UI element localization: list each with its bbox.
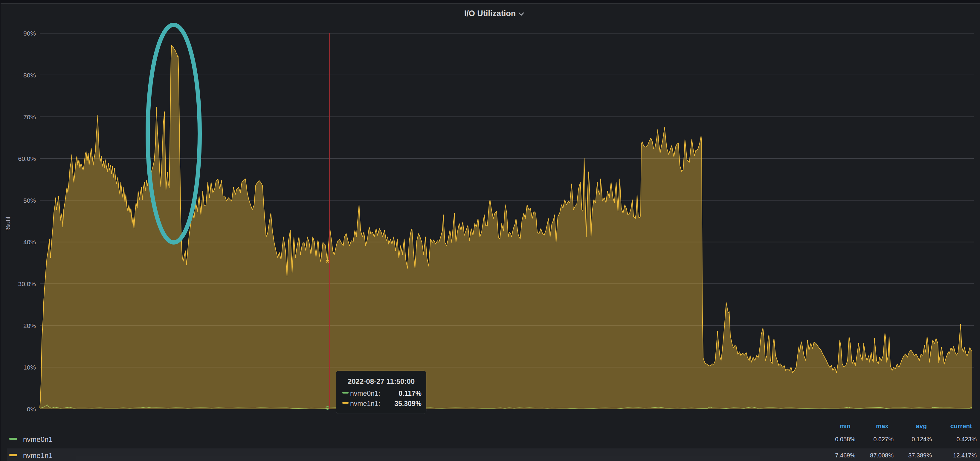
svg-text:12.417%: 12.417% [953,452,977,459]
svg-text:nvme1n1:: nvme1n1: [350,400,380,407]
svg-text:35.309%: 35.309% [395,400,422,407]
svg-text:max: max [876,423,889,429]
svg-text:60.0%: 60.0% [18,155,36,162]
svg-text:90%: 90% [23,30,36,37]
svg-text:37.389%: 37.389% [908,452,932,459]
svg-text:I/O Utilization: I/O Utilization [464,9,516,18]
svg-text:50%: 50% [23,197,36,204]
svg-text:current: current [950,423,972,429]
svg-text:2022-08-27 11:50:00: 2022-08-27 11:50:00 [348,377,415,385]
svg-text:min: min [840,423,851,429]
svg-text:0%: 0% [27,406,36,413]
svg-text:%util: %util [5,217,11,230]
svg-text:70%: 70% [23,114,36,121]
svg-text:87.008%: 87.008% [870,452,894,459]
svg-text:20%: 20% [23,322,36,329]
svg-text:nvme1n1: nvme1n1 [23,451,52,459]
svg-text:0.124%: 0.124% [912,436,932,442]
svg-text:0.058%: 0.058% [835,436,855,442]
svg-text:0.117%: 0.117% [399,389,422,397]
svg-text:80%: 80% [23,72,36,79]
svg-text:0.423%: 0.423% [956,436,977,442]
svg-text:0.627%: 0.627% [873,436,894,442]
svg-text:7.469%: 7.469% [835,452,855,459]
svg-text:40%: 40% [23,238,36,245]
svg-text:10%: 10% [23,364,36,371]
svg-text:avg: avg [916,423,927,429]
svg-text:30.0%: 30.0% [18,280,36,287]
svg-text:nvme0n1: nvme0n1 [23,435,52,444]
svg-text:nvme0n1:: nvme0n1: [350,389,380,397]
